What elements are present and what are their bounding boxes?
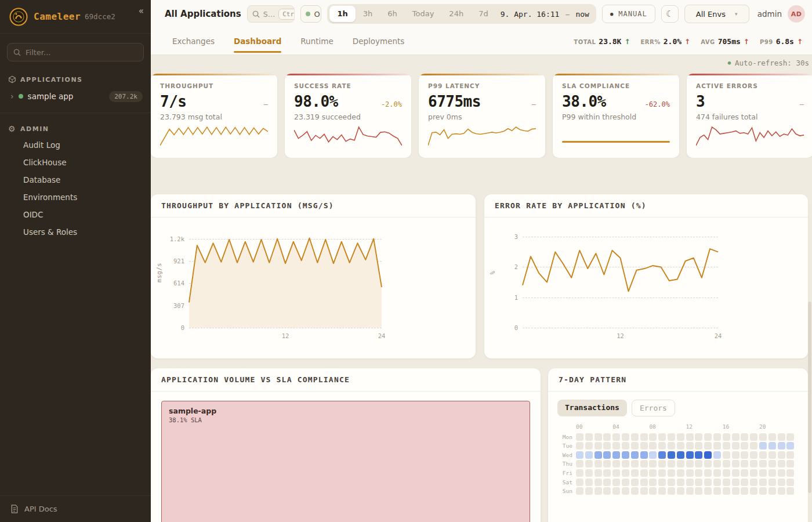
heatmap-cell[interactable] — [723, 469, 730, 477]
heatmap-cell[interactable] — [732, 487, 740, 495]
heatmap-cell[interactable] — [750, 460, 757, 467]
heatmap-cell[interactable] — [649, 451, 657, 459]
heatmap-cell[interactable] — [576, 478, 583, 486]
heatmap-cell[interactable] — [677, 460, 684, 467]
heatmap-cell[interactable] — [594, 469, 602, 477]
heatmap-cell[interactable] — [723, 487, 730, 495]
kpi-card-throughput[interactable]: THROUGHPUT 7/s – 23.793 msg total — [151, 74, 277, 158]
heatmap-cell[interactable] — [713, 433, 721, 441]
heatmap-cell[interactable] — [658, 433, 666, 441]
heatmap-cell[interactable] — [658, 478, 666, 486]
sidebar-filter[interactable] — [7, 43, 144, 61]
heatmap-cell[interactable] — [759, 487, 767, 495]
heatmap-cell[interactable] — [658, 442, 666, 449]
time-range-1h[interactable]: 1h — [329, 6, 355, 22]
heatmap-cell[interactable] — [741, 460, 748, 467]
heatmap-cell[interactable] — [649, 433, 657, 441]
heatmap-cell[interactable] — [778, 478, 785, 486]
heatmap-cell[interactable] — [759, 478, 767, 486]
heatmap-cell[interactable] — [723, 442, 730, 449]
heatmap-cell[interactable] — [603, 478, 611, 486]
heatmap-cell[interactable] — [649, 478, 657, 486]
heatmap-cell[interactable] — [640, 451, 648, 459]
heatmap-cell[interactable] — [786, 478, 794, 486]
heatmap-cell[interactable] — [750, 433, 757, 441]
sidebar-item-clickhouse[interactable]: ClickHouse — [0, 154, 151, 171]
heatmap-cell[interactable] — [677, 451, 684, 459]
heatmap-cell[interactable] — [695, 487, 702, 495]
heatmap-cell[interactable] — [668, 460, 675, 467]
heatmap-cell[interactable] — [585, 451, 593, 459]
range-from-value[interactable]: 9. Apr. 16:11 — [496, 10, 564, 19]
heatmap-cell[interactable] — [603, 442, 611, 449]
heatmap-cell[interactable] — [778, 433, 785, 441]
heatmap-cell[interactable] — [622, 433, 629, 441]
heatmap-cell[interactable] — [768, 451, 776, 459]
heatmap-cell[interactable] — [612, 487, 620, 495]
heatmap-cell[interactable] — [704, 460, 712, 467]
sidebar-item-audit-log[interactable]: Audit Log — [0, 136, 151, 154]
heatmap-cell[interactable] — [778, 460, 785, 467]
heatmap-cell[interactable] — [750, 442, 757, 449]
heatmap-cell[interactable] — [640, 460, 648, 467]
manual-refresh-button[interactable]: ● MANUAL — [602, 5, 655, 23]
heatmap-cell[interactable] — [612, 433, 620, 441]
heatmap-cell[interactable] — [594, 451, 602, 459]
heatmap-cell[interactable] — [732, 460, 740, 467]
heatmap-cell[interactable] — [668, 451, 675, 459]
heatmap-cell[interactable] — [640, 442, 648, 449]
heatmap-cell[interactable] — [759, 469, 767, 477]
filter-input[interactable] — [26, 48, 137, 57]
kpi-card-p99-latency[interactable]: P99 LATENCY 6775ms – prev 0ms — [419, 74, 545, 158]
heatmap-cell[interactable] — [640, 469, 648, 477]
sidebar-item-sample-app[interactable]: › sample app 207.2k — [0, 87, 151, 106]
treemap-block-sample-app[interactable]: sample-app 38.1% SLA — [161, 401, 530, 522]
heatmap-cell[interactable] — [768, 469, 776, 477]
heatmap-cell[interactable] — [704, 451, 712, 459]
heatmap-cell[interactable] — [750, 451, 757, 459]
heatmap-cell[interactable] — [612, 478, 620, 486]
heatmap-cell[interactable] — [741, 487, 748, 495]
tab-exchanges[interactable]: Exchanges — [172, 28, 215, 55]
heatmap-cell[interactable] — [786, 469, 794, 477]
heatmap-cell[interactable] — [704, 487, 712, 495]
heatmap-cell[interactable] — [649, 460, 657, 467]
heatmap-cell[interactable] — [622, 442, 629, 449]
heatmap-cell[interactable] — [668, 478, 675, 486]
heatmap-cell[interactable] — [786, 487, 794, 495]
heatmap-cell[interactable] — [768, 460, 776, 467]
chevron-right-icon[interactable]: › — [10, 92, 14, 101]
avatar[interactable]: AD — [788, 5, 805, 23]
heatmap-cell[interactable] — [622, 460, 629, 467]
heatmap-cell[interactable] — [723, 451, 730, 459]
time-range-24h[interactable]: 24h — [441, 6, 471, 22]
heatmap-cell[interactable] — [594, 442, 602, 449]
heatmap-cell[interactable] — [677, 487, 684, 495]
heatmap-cell[interactable] — [695, 442, 702, 449]
time-range-today[interactable]: Today — [405, 6, 442, 22]
heatmap-cell[interactable] — [631, 451, 639, 459]
environment-select[interactable]: All Envs ▾ — [684, 5, 749, 23]
heatmap-cell[interactable] — [585, 460, 593, 467]
heatmap-cell[interactable] — [677, 469, 684, 477]
heatmap-cell[interactable] — [668, 487, 675, 495]
heatmap-cell[interactable] — [585, 442, 593, 449]
heatmap-cell[interactable] — [759, 460, 767, 467]
heatmap-cell[interactable] — [686, 451, 694, 459]
heatmap-cell[interactable] — [622, 487, 629, 495]
heatmap-cell[interactable] — [732, 469, 740, 477]
heatmap-cell[interactable] — [576, 487, 583, 495]
heatmap-cell[interactable] — [622, 451, 629, 459]
heatmap-cell[interactable] — [612, 442, 620, 449]
heatmap-cell[interactable] — [603, 433, 611, 441]
heatmap-cell[interactable] — [658, 460, 666, 467]
heatmap-cell[interactable] — [768, 442, 776, 449]
throughput-chart-plot[interactable]: 1.2k92161430701224 — [189, 234, 382, 328]
heatmap-cell[interactable] — [778, 442, 785, 449]
heatmap-cell[interactable] — [713, 478, 721, 486]
heatmap-cell[interactable] — [695, 433, 702, 441]
heatmap-cell[interactable] — [713, 451, 721, 459]
heatmap-cell[interactable] — [713, 460, 721, 467]
heatmap-cell[interactable] — [704, 442, 712, 449]
tab-errors[interactable]: Errors — [632, 400, 675, 416]
